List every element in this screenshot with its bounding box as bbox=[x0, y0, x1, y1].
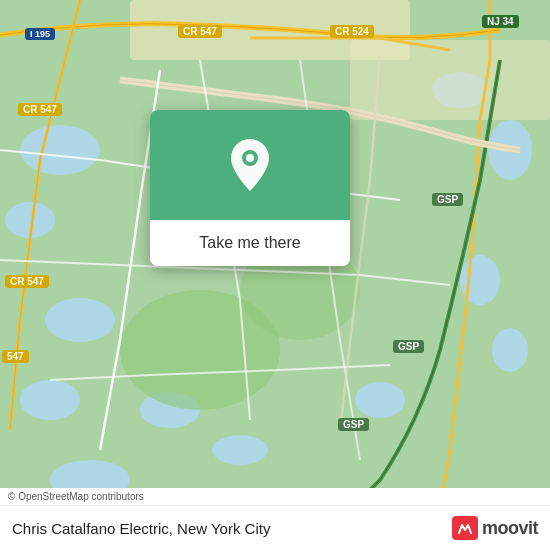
location-bar: Chris Catalfano Electric, New York City … bbox=[0, 506, 550, 550]
location-pin-icon bbox=[225, 137, 275, 193]
label-547: 547 bbox=[2, 350, 29, 363]
popup-pointer bbox=[243, 228, 263, 240]
moovit-m-icon bbox=[452, 516, 478, 540]
svg-point-10 bbox=[212, 435, 268, 465]
label-cr547-bot: CR 547 bbox=[5, 275, 49, 288]
moovit-text: moovit bbox=[482, 518, 538, 539]
attribution: © OpenStreetMap contributors bbox=[0, 488, 550, 506]
moovit-logo: moovit bbox=[452, 516, 538, 540]
label-gsp-bot: GSP bbox=[338, 418, 369, 431]
popup-card: Take me there bbox=[150, 110, 350, 266]
label-cr547-top: CR 547 bbox=[178, 25, 222, 38]
svg-point-3 bbox=[20, 380, 80, 420]
label-nj34: NJ 34 bbox=[482, 15, 519, 28]
label-i195: I 195 bbox=[25, 28, 55, 40]
attribution-text: © OpenStreetMap contributors bbox=[8, 491, 144, 502]
svg-point-8 bbox=[355, 382, 405, 418]
label-gsp-top: GSP bbox=[432, 193, 463, 206]
map-roads-svg bbox=[0, 0, 550, 550]
map-container: I 195 CR 547 CR 524 NJ 34 CR 547 GSP CR … bbox=[0, 0, 550, 550]
svg-point-7 bbox=[492, 328, 528, 372]
svg-point-17 bbox=[246, 154, 254, 162]
take-me-there-button[interactable]: Take me there bbox=[150, 220, 350, 266]
moovit-icon-svg bbox=[457, 520, 473, 536]
svg-rect-13 bbox=[350, 40, 550, 120]
label-gsp-mid: GSP bbox=[393, 340, 424, 353]
location-name: Chris Catalfano Electric, New York City bbox=[12, 520, 270, 537]
svg-point-0 bbox=[20, 125, 100, 175]
bottom-bar: © OpenStreetMap contributors Chris Catal… bbox=[0, 488, 550, 550]
label-cr524: CR 524 bbox=[330, 25, 374, 38]
popup-map-section bbox=[150, 110, 350, 220]
label-cr547-mid: CR 547 bbox=[18, 103, 62, 116]
svg-point-2 bbox=[45, 298, 115, 342]
